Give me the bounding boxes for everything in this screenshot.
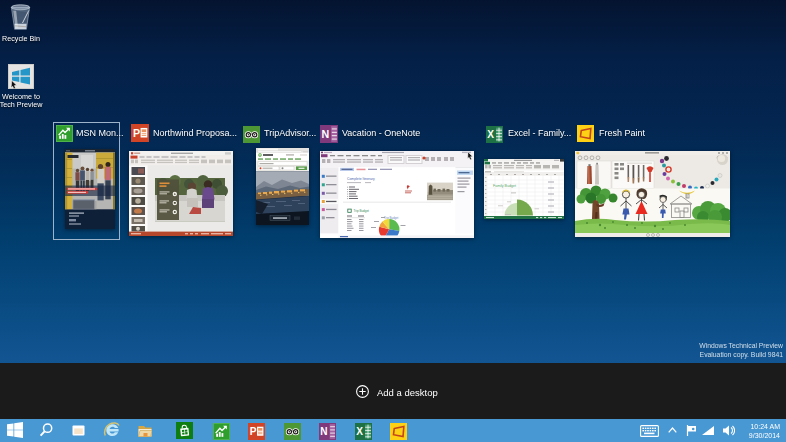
svg-text:Family Budget: Family Budget [493,184,516,188]
svg-text:Complete Itinerary: Complete Itinerary [347,177,375,181]
svg-text:Trip Budget: Trip Budget [354,209,370,213]
